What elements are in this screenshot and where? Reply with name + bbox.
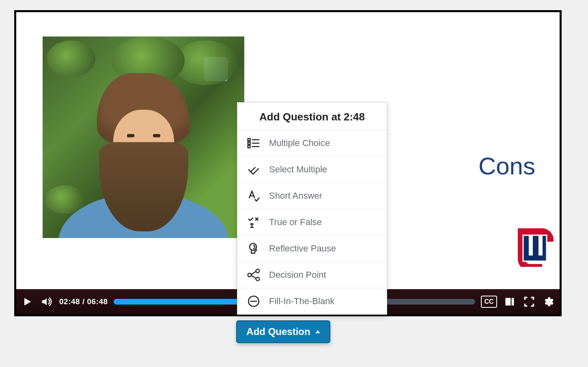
add-question-button[interactable]: Add Question [236, 320, 330, 343]
svg-point-11 [256, 269, 260, 273]
add-question-label: Add Question [246, 326, 310, 337]
menu-item-select-multiple[interactable]: Select Multiple [237, 157, 387, 183]
svg-rect-1 [506, 298, 511, 306]
udm-logo [512, 226, 556, 267]
presenter-pip [43, 36, 244, 238]
menu-item-true-false[interactable]: True or False [237, 209, 387, 236]
fill-blank-icon [246, 294, 261, 309]
current-time: 02:48 [59, 297, 80, 306]
sidebar-toggle-button[interactable] [503, 295, 517, 309]
settings-button[interactable] [542, 295, 556, 309]
svg-rect-7 [248, 146, 250, 148]
menu-item-label: Multiple Choice [269, 138, 330, 148]
svg-line-14 [251, 275, 256, 278]
caret-up-icon [315, 330, 320, 333]
total-time: 06:48 [87, 297, 108, 306]
menu-item-short-answer[interactable]: Short Answer [237, 183, 387, 209]
decision-point-icon [246, 268, 261, 282]
menu-item-label: Short Answer [269, 191, 322, 201]
menu-item-label: Fill-In-The-Blank [269, 296, 334, 307]
menu-item-reflective-pause[interactable]: Reflective Pause [237, 236, 387, 262]
svg-rect-5 [248, 142, 250, 144]
menu-item-label: Select Multiple [269, 164, 327, 175]
fullscreen-button[interactable] [522, 295, 536, 309]
svg-rect-3 [248, 139, 250, 141]
captions-button[interactable]: CC [481, 296, 497, 308]
short-answer-icon [246, 189, 261, 203]
svg-point-12 [256, 277, 260, 281]
menu-item-fill-blank[interactable]: Fill-In-The-Blank [237, 288, 387, 314]
multiple-choice-icon [246, 136, 261, 150]
play-button[interactable] [20, 295, 34, 309]
menu-item-label: Reflective Pause [269, 243, 336, 254]
time-display: 02:48 / 06:48 [59, 297, 108, 306]
add-question-menu-title: Add Question at 2:48 [237, 103, 387, 130]
menu-item-decision-point[interactable]: Decision Point [237, 262, 387, 288]
slide-title-fragment: Cons [478, 152, 535, 180]
menu-item-multiple-choice[interactable]: Multiple Choice [237, 130, 387, 157]
menu-item-label: True or False [269, 217, 322, 227]
reflective-pause-icon [246, 241, 261, 256]
svg-line-13 [251, 272, 256, 275]
menu-item-label: Decision Point [269, 270, 326, 280]
add-question-menu: Add Question at 2:48 Multiple Choice Sel… [237, 102, 387, 315]
svg-rect-2 [512, 298, 514, 306]
select-multiple-icon [246, 162, 261, 177]
volume-button[interactable] [40, 295, 54, 309]
true-false-icon [246, 215, 261, 230]
svg-point-10 [248, 273, 252, 277]
